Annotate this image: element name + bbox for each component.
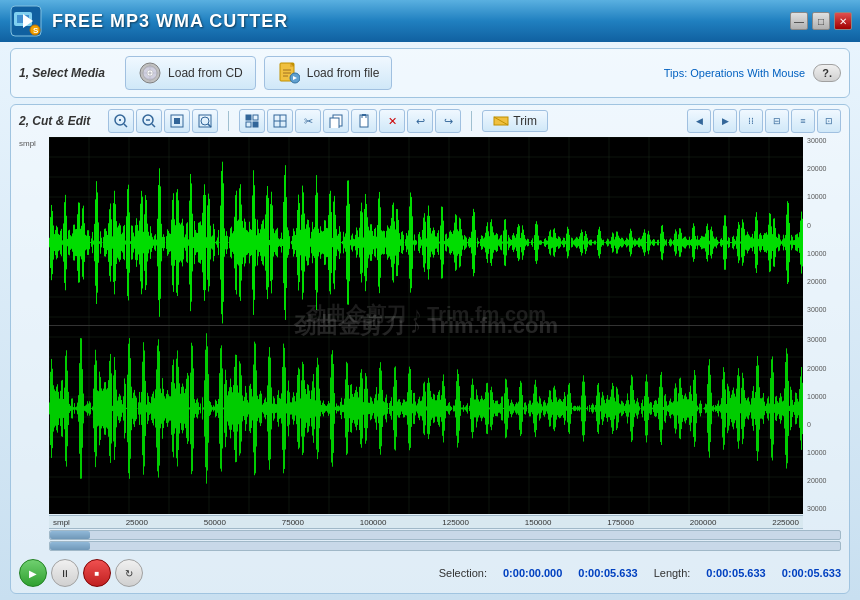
load-file-button[interactable]: Load from file [264, 56, 393, 90]
pause-button[interactable]: ⏸ [51, 559, 79, 587]
svg-point-28 [201, 117, 209, 125]
play-button[interactable]: ▶ [19, 559, 47, 587]
zoom-sel-button[interactable] [192, 109, 218, 133]
zoom-toolbar [108, 109, 218, 133]
view-btn-6[interactable]: ⊡ [817, 109, 841, 133]
redo-button[interactable]: ↪ [435, 109, 461, 133]
title-bar: S FREE MP3 WMA CUTTER — □ ✕ [0, 0, 860, 42]
load-cd-label: Load from CD [168, 66, 243, 80]
toolbar-sep-1 [228, 111, 229, 131]
svg-rect-31 [253, 115, 258, 120]
select-media-left: 1, Select Media [19, 56, 392, 90]
waveform-display[interactable]: 劲曲金剪刀 ♪ Trim.fm.com [49, 137, 803, 514]
app-logo: S [8, 3, 44, 39]
help-button[interactable]: ?. [813, 64, 841, 82]
view-toolbar: ◀ ▶ ⁞⁞ ⊟ ≡ ⊡ [687, 109, 841, 133]
view-btn-1[interactable]: ◀ [687, 109, 711, 133]
svg-rect-33 [253, 122, 258, 127]
horizontal-scrollbar-2[interactable] [49, 541, 841, 551]
ruler-ticks: smpl250005000075000100000125000150000175… [49, 518, 803, 527]
length-value: 0:00:05.633 [706, 567, 765, 579]
smpl-label-top: smpl [19, 139, 36, 148]
load-file-label: Load from file [307, 66, 380, 80]
svg-text:S: S [33, 26, 39, 35]
selection-end: 0:00:05.633 [578, 567, 637, 579]
svg-line-21 [124, 124, 127, 127]
cut-button[interactable]: ✂ [295, 109, 321, 133]
paste-button[interactable] [351, 109, 377, 133]
stop-button[interactable]: ■ [83, 559, 111, 587]
select-media-title: 1, Select Media [19, 66, 105, 80]
cut-edit-title: 2, Cut & Edit [19, 114, 90, 128]
maximize-button[interactable]: □ [812, 12, 830, 30]
svg-rect-26 [174, 118, 180, 124]
horizontal-scrollbar-1[interactable] [49, 530, 841, 540]
time-ruler-row: smpl250005000075000100000125000150000175… [19, 515, 841, 529]
select-media-section: 1, Select Media [10, 48, 850, 98]
undo-button[interactable]: ↩ [407, 109, 433, 133]
svg-rect-38 [330, 118, 339, 128]
media-buttons: Load from CD [125, 56, 392, 90]
zoom-in-button[interactable] [108, 109, 134, 133]
app-title: FREE MP3 WMA CUTTER [52, 11, 790, 32]
svg-rect-32 [246, 122, 251, 127]
close-button[interactable]: ✕ [834, 12, 852, 30]
view-btn-3[interactable]: ⁞⁞ [739, 109, 763, 133]
grid-button-1[interactable] [239, 109, 265, 133]
minimize-button[interactable]: — [790, 12, 808, 30]
file-icon [277, 61, 301, 85]
cut-edit-header: 2, Cut & Edit [19, 109, 841, 133]
view-btn-2[interactable]: ▶ [713, 109, 737, 133]
trim-button[interactable]: Trim [482, 110, 548, 132]
toolbar-sep-2 [471, 111, 472, 131]
cut-edit-section: 2, Cut & Edit [10, 104, 850, 594]
selection-start: 0:00:00.000 [503, 567, 562, 579]
trim-label: Trim [513, 114, 537, 128]
svg-rect-30 [246, 115, 251, 120]
grid-button-2[interactable] [267, 109, 293, 133]
playback-bar: ▶ ⏸ ■ ↻ Selection: 0:00:00.000 0:00:05.6… [19, 555, 841, 589]
cd-icon [138, 61, 162, 85]
selection-label: Selection: [439, 567, 487, 579]
selection-info: Selection: 0:00:00.000 0:00:05.633 Lengt… [439, 567, 841, 579]
zoom-out-button[interactable] [136, 109, 162, 133]
total-length: 0:00:05.633 [782, 567, 841, 579]
edit-toolbar: ✂ ✕ ↩ ↪ [239, 109, 461, 133]
main-content: 1, Select Media [0, 42, 860, 600]
scrollbar-area [19, 530, 841, 540]
zoom-fit-button[interactable] [164, 109, 190, 133]
length-label: Length: [654, 567, 691, 579]
right-amplitude-labels: 30000 20000 10000 0 10000 20000 30000 30… [805, 137, 841, 514]
load-cd-button[interactable]: Load from CD [125, 56, 256, 90]
svg-line-24 [152, 124, 155, 127]
scrollbar-area-2 [19, 541, 841, 551]
tips-link[interactable]: Tips: Operations With Mouse [664, 67, 805, 79]
window-controls: — □ ✕ [790, 12, 852, 30]
copy-button[interactable] [323, 109, 349, 133]
top-right-area: Tips: Operations With Mouse ?. [664, 64, 841, 82]
svg-rect-39 [360, 115, 368, 127]
view-btn-4[interactable]: ⊟ [765, 109, 789, 133]
delete-button[interactable]: ✕ [379, 109, 405, 133]
view-btn-5[interactable]: ≡ [791, 109, 815, 133]
loop-button[interactable]: ↻ [115, 559, 143, 587]
smpl-left-label: smpl [19, 137, 47, 514]
